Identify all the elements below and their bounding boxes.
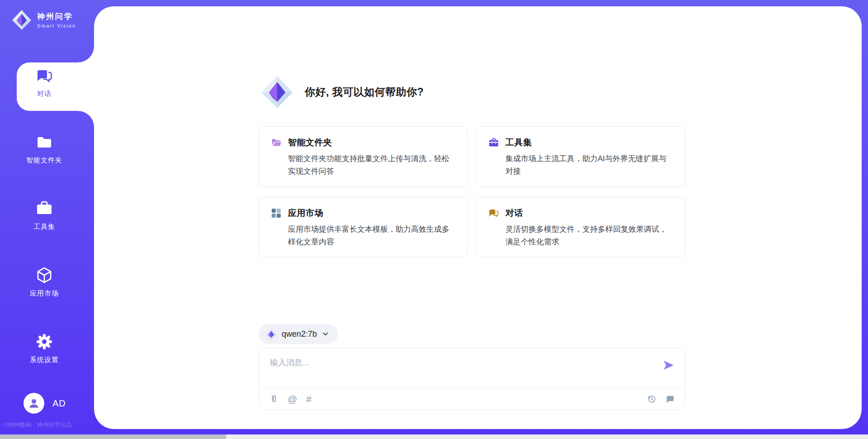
app-root: { "brand": { "name": "神州问学", "subtitle":… <box>0 0 868 439</box>
history-icon <box>647 394 656 404</box>
card-title: 智能文件夹 <box>288 137 332 148</box>
brand-diamond-icon <box>11 9 33 31</box>
gear-icon <box>35 333 53 351</box>
sidebar-item-label: 智能文件夹 <box>26 156 62 165</box>
cube-icon <box>35 266 53 284</box>
composer: @ # <box>259 348 685 410</box>
card-description: 集成市场上主流工具，助力AI与外界无缝扩展与对接 <box>505 153 674 177</box>
sidebar-item-label: 对话 <box>37 90 52 98</box>
attachment-icon <box>269 394 278 404</box>
card-smart-folder[interactable]: 智能文件夹 智能文件夹功能支持批量文件上传与清洗，轻松实现文件问答 <box>259 126 468 187</box>
grid-icon <box>271 208 282 219</box>
brand-text: 神州问学 Smart Vision <box>37 11 76 29</box>
person-icon <box>28 397 40 409</box>
card-toolset[interactable]: 工具集 集成市场上主流工具，助力AI与外界无缝扩展与对接 <box>476 126 685 187</box>
sidebar-nav: 对话 智能文件夹 工具集 应用市场 <box>0 49 89 382</box>
sidebar-item-toolset[interactable]: 工具集 <box>0 182 89 248</box>
hash-button[interactable]: # <box>306 394 311 404</box>
user-profile[interactable]: AD <box>24 393 66 414</box>
model-name: qwen2:7b <box>282 329 317 339</box>
card-description: 应用市场提供丰富长文本模板，助力高效生成多样化文章内容 <box>288 223 457 248</box>
card-header: 应用市场 <box>271 207 457 219</box>
sidebar: 神州问学 Smart Vision 对话 智能文件夹 工具集 <box>0 0 94 439</box>
assistant-diamond-icon <box>259 74 295 110</box>
brand-subtitle: Smart Vision <box>37 23 76 29</box>
model-selector[interactable]: qwen2:7b <box>259 324 338 344</box>
composer-toolbar: @ # <box>259 388 685 410</box>
folder-icon <box>35 133 53 151</box>
card-description: 智能文件夹功能支持批量文件上传与清洗，轻松实现文件问答 <box>288 153 457 177</box>
message-input[interactable] <box>259 348 685 388</box>
card-header: 智能文件夹 <box>271 137 457 148</box>
scrollbar-thumb[interactable] <box>0 434 226 439</box>
chevron-down-icon <box>321 330 330 338</box>
avatar[interactable] <box>24 393 44 414</box>
card-title: 工具集 <box>505 137 532 148</box>
toolbox-icon <box>35 200 53 218</box>
hash-icon: # <box>306 394 311 404</box>
attachment-button[interactable] <box>269 394 278 404</box>
sidebar-item-settings[interactable]: 系统设置 <box>0 315 89 382</box>
folder-open-icon <box>271 137 282 148</box>
composer-toolbar-right <box>647 394 675 404</box>
sidebar-footer: ©神州数码 · 神州问学出品 <box>4 421 94 429</box>
sidebar-item-label: 应用市场 <box>30 289 59 298</box>
sidebar-item-label: 工具集 <box>33 223 55 231</box>
sidebar-item-chat[interactable]: 对话 <box>0 49 89 115</box>
card-header: 工具集 <box>488 137 674 148</box>
send-button[interactable] <box>662 359 675 372</box>
toolbox-icon <box>488 137 499 148</box>
card-app-market[interactable]: 应用市场 应用市场提供丰富长文本模板，助力高效生成多样化文章内容 <box>259 197 468 258</box>
card-header: 对话 <box>488 207 674 219</box>
mention-button[interactable]: @ <box>288 394 297 404</box>
mention-icon: @ <box>288 394 297 404</box>
user-initials: AD <box>52 398 66 409</box>
composer-input-area <box>259 348 685 388</box>
feedback-button[interactable] <box>665 394 675 404</box>
card-chat[interactable]: 对话 灵活切换多模型文件，支持多样回复效果调试，满足个性化需求 <box>476 197 685 258</box>
card-description: 灵活切换多模型文件，支持多样回复效果调试，满足个性化需求 <box>505 223 674 248</box>
horizontal-scrollbar[interactable] <box>0 434 868 439</box>
chat-bubbles-icon <box>488 208 499 219</box>
chat-icon <box>35 67 53 85</box>
send-icon <box>662 359 675 372</box>
feedback-icon <box>665 394 675 404</box>
model-diamond-icon <box>265 328 277 340</box>
greeting: 你好, 我可以如何帮助你? <box>259 74 424 110</box>
brand-logo: 神州问学 Smart Vision <box>11 9 76 31</box>
sidebar-item-label: 系统设置 <box>30 356 59 364</box>
sidebar-item-app-market[interactable]: 应用市场 <box>0 248 89 315</box>
composer-toolbar-left: @ # <box>269 394 311 404</box>
brand-name: 神州问学 <box>37 11 76 22</box>
history-button[interactable] <box>647 394 656 404</box>
sidebar-item-smart-folder[interactable]: 智能文件夹 <box>0 115 89 182</box>
card-title: 应用市场 <box>288 207 323 219</box>
card-title: 对话 <box>505 207 523 219</box>
main-panel: 你好, 我可以如何帮助你? 智能文件夹 智能文件夹功能支持批量文件上传与清洗，轻… <box>94 6 862 429</box>
greeting-text: 你好, 我可以如何帮助你? <box>305 85 424 99</box>
feature-cards: 智能文件夹 智能文件夹功能支持批量文件上传与清洗，轻松实现文件问答 工具集 集成… <box>259 126 685 258</box>
